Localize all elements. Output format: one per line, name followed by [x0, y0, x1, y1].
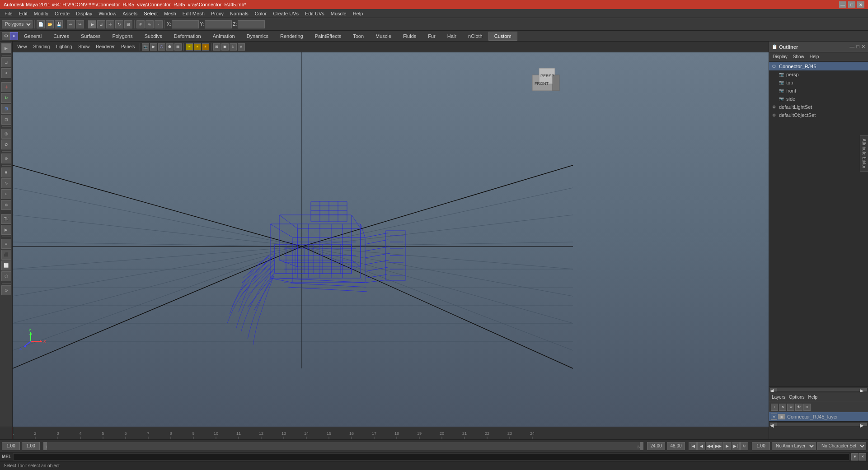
render-btn[interactable]: 🎬 [1, 214, 11, 224]
x-field[interactable] [172, 20, 199, 28]
tab-animation[interactable]: Animation [207, 32, 241, 41]
outliner-minimize-btn[interactable]: — [849, 44, 854, 50]
outliner-item-side[interactable]: 📷 side [769, 95, 868, 103]
snap-curve-btn[interactable]: ∿ [1, 178, 11, 188]
tab-rendering[interactable]: Rendering [274, 32, 309, 41]
save-scene-btn[interactable]: 💾 [55, 20, 63, 28]
lasso-tool-btn[interactable]: ⊿ [97, 20, 105, 28]
maximize-button[interactable]: □ [848, 1, 855, 8]
move-btn[interactable]: ✛ [1, 82, 11, 92]
vp-menu-show[interactable]: Show [75, 43, 92, 50]
vp-menu-lighting[interactable]: Lighting [53, 43, 75, 50]
current-frame-field[interactable] [22, 442, 40, 450]
show-manip-btn[interactable]: ⊕ [1, 154, 11, 163]
menu-select[interactable]: Select [141, 10, 160, 17]
menu-modify[interactable]: Modify [31, 10, 51, 17]
outliner-menu-help[interactable]: Help [808, 54, 821, 59]
outliner-item-persp[interactable]: 📷 persp [769, 70, 868, 79]
lasso-select-btn[interactable]: ⊿ [1, 57, 11, 67]
shelf-options-btn[interactable]: ⚙ [2, 32, 10, 40]
mel-input[interactable] [13, 453, 849, 461]
select-mode-btn[interactable]: ▶ [1, 43, 11, 53]
outliner-menu-show[interactable]: Show [791, 54, 806, 59]
transform-btn[interactable]: ⊡ [1, 115, 11, 125]
tab-fluids[interactable]: Fluids [397, 32, 422, 41]
menu-edit[interactable]: Edit [16, 10, 30, 17]
mel-clear-btn[interactable]: ✕ [859, 453, 866, 461]
vp-light-btn[interactable]: ☀ [186, 43, 193, 51]
vp-menu-renderer[interactable]: Renderer [93, 43, 117, 50]
anim-layer-dropdown[interactable]: No Anim Layer [772, 442, 816, 450]
scroll-track[interactable] [777, 388, 860, 391]
y-field[interactable] [205, 20, 232, 28]
new-scene-btn[interactable]: 📄 [37, 20, 45, 28]
paint-select-btn[interactable]: ✦ [1, 68, 11, 78]
menu-create-uvs[interactable]: Create UVs [270, 10, 301, 17]
character-set-dropdown[interactable]: No Character Set [817, 442, 866, 450]
play-back-btn[interactable]: ◀◀ [706, 442, 714, 450]
rotate-btn[interactable]: ↻ [1, 93, 11, 103]
mode-dropdown[interactable]: Polygons [2, 20, 33, 28]
menu-window[interactable]: Window [96, 10, 119, 17]
snap-point-btn[interactable]: · [155, 20, 163, 28]
tab-toon[interactable]: Toon [347, 32, 370, 41]
tab-polygons[interactable]: Polygons [106, 32, 138, 41]
max-frame-field[interactable] [667, 442, 685, 450]
undo-btn[interactable]: ↩ [67, 20, 75, 28]
outliner-hscrollbar[interactable]: ◀ ▶ [769, 386, 868, 392]
vp-grid-btn[interactable]: # [238, 43, 245, 51]
menu-mesh[interactable]: Mesh [161, 10, 179, 17]
vp-hud-btn[interactable]: ℹ [230, 43, 237, 51]
menu-color[interactable]: Color [252, 10, 269, 17]
shelf-icon[interactable]: ✦ [10, 32, 18, 40]
menu-display[interactable]: Display [73, 10, 95, 17]
z-field[interactable] [238, 20, 265, 28]
layer-ref-btn[interactable]: R [803, 404, 811, 411]
layers-menu-help[interactable]: Help [808, 395, 817, 400]
vp-sel-btn[interactable]: ▶ [150, 43, 157, 51]
vp-menu-shading[interactable]: Shading [31, 43, 53, 50]
snap-live-btn[interactable]: ⊗ [1, 200, 11, 210]
snap-grid-btn[interactable]: # [1, 168, 11, 177]
rotate-tool-btn[interactable]: ↻ [115, 20, 123, 28]
viewport-3d[interactable]: FRONT PERSP X Y Z [13, 52, 769, 427]
goto-start-btn[interactable]: |◀ [689, 442, 697, 450]
move-tool-btn[interactable]: ✛ [106, 20, 114, 28]
step-back-btn[interactable]: ◀ [697, 442, 705, 450]
scale-btn[interactable]: ⊞ [1, 104, 11, 114]
tab-ncloth[interactable]: nCloth [462, 32, 488, 41]
sculpt-btn[interactable]: ✿ [1, 140, 11, 149]
layer-opts-btn[interactable]: ⚙ [787, 404, 794, 411]
scroll-right-btn[interactable]: ▶ [860, 423, 867, 426]
vp-menu-panels[interactable]: Panels [118, 43, 138, 50]
vp-texture-btn[interactable]: ▦ [174, 43, 182, 51]
goto-end-btn[interactable]: ▶| [732, 442, 740, 450]
soft-select-btn[interactable]: ◎ [1, 129, 11, 139]
snap-curve-btn[interactable]: ∿ [145, 20, 154, 28]
outliner-item-objectset[interactable]: ⚙ defaultObjectSet [769, 111, 868, 119]
tab-painteffects[interactable]: PaintEffects [309, 32, 347, 41]
loop-btn[interactable]: ↻ [740, 442, 748, 450]
menu-muscle[interactable]: Muscle [328, 10, 349, 17]
layers-menu-options[interactable]: Options [789, 395, 804, 400]
menu-edit-mesh[interactable]: Edit Mesh [180, 10, 207, 17]
redo-btn[interactable]: ↪ [76, 20, 84, 28]
scroll-right-btn[interactable]: ▶ [860, 388, 867, 391]
layer-item-connector[interactable]: V ▣ Connector_RJ45_layer [769, 412, 868, 421]
tab-dynamics[interactable]: Dynamics [241, 32, 274, 41]
layer-editor-btn[interactable]: ≡ [1, 239, 11, 249]
outliner-item-lightset[interactable]: ⚙ defaultLightSet [769, 103, 868, 111]
menu-file[interactable]: File [2, 10, 15, 17]
scroll-left-btn[interactable]: ◀ [770, 423, 777, 426]
vp-light2-btn[interactable]: ☀ [194, 43, 201, 51]
tab-hair[interactable]: Hair [441, 32, 462, 41]
vp-cam-btn[interactable]: 📷 [142, 43, 149, 51]
tab-muscle[interactable]: Muscle [370, 32, 397, 41]
menu-create[interactable]: Create [52, 10, 72, 17]
scroll-track[interactable] [777, 423, 860, 426]
vp-wire-btn[interactable]: ⬡ [158, 43, 165, 51]
outliner-menu-display[interactable]: Display [771, 54, 789, 59]
playback-start-field[interactable] [2, 442, 20, 450]
connection-editor-btn[interactable]: ⬜ [1, 261, 11, 270]
menu-normals[interactable]: Normals [227, 10, 251, 17]
